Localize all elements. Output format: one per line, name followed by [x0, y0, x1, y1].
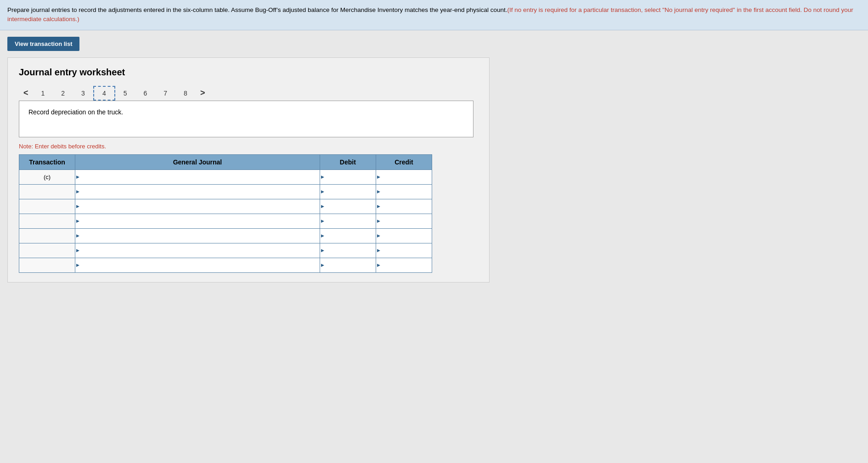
general-journal-cell-2[interactable]	[75, 184, 320, 199]
credit-input-7[interactable]	[383, 258, 428, 272]
credit-input-3[interactable]	[383, 199, 428, 214]
nav-prev-arrow[interactable]: <	[19, 86, 33, 100]
general-journal-cell-3[interactable]	[75, 199, 320, 214]
general-journal-cell-5[interactable]	[75, 228, 320, 243]
general-journal-cell-7[interactable]	[75, 258, 320, 272]
debit-input-2[interactable]	[327, 185, 372, 199]
transaction-cell-7	[19, 258, 75, 272]
debit-cell-5[interactable]	[320, 228, 376, 243]
general-journal-input-1[interactable]	[82, 170, 316, 184]
debit-cell-2[interactable]	[320, 184, 376, 199]
credit-input-6[interactable]	[383, 243, 428, 258]
debit-input-4[interactable]	[327, 214, 372, 228]
transaction-cell-3	[19, 199, 75, 214]
header-general-journal: General Journal	[75, 154, 320, 169]
credit-input-1[interactable]	[383, 170, 428, 184]
description-text: Record depreciation on the truck.	[28, 108, 123, 116]
debit-input-7[interactable]	[327, 258, 372, 272]
debit-cell-1[interactable]	[320, 169, 376, 184]
general-journal-input-5[interactable]	[82, 229, 316, 243]
table-row	[19, 199, 432, 214]
header-credit: Credit	[376, 154, 432, 169]
view-transaction-button[interactable]: View transaction list	[7, 37, 79, 51]
transaction-cell-5	[19, 228, 75, 243]
general-journal-input-7[interactable]	[82, 258, 316, 272]
general-journal-cell-6[interactable]	[75, 243, 320, 258]
credit-cell-2[interactable]	[376, 184, 432, 199]
description-box: Record depreciation on the truck.	[19, 101, 473, 137]
note-text: Note: Enter debits before credits.	[19, 143, 478, 150]
nav-next-arrow[interactable]: >	[196, 86, 210, 100]
credit-input-4[interactable]	[383, 214, 428, 228]
tab-4[interactable]: 4	[93, 86, 115, 101]
table-row	[19, 258, 432, 272]
debit-input-5[interactable]	[327, 229, 372, 243]
transaction-cell-1: (c)	[19, 169, 75, 184]
tab-7[interactable]: 7	[155, 87, 175, 100]
instruction-banner: Prepare journal entries to record the ad…	[0, 0, 868, 30]
worksheet-title: Journal entry worksheet	[19, 67, 478, 78]
general-journal-input-6[interactable]	[82, 243, 316, 258]
transaction-cell-4	[19, 214, 75, 228]
credit-cell-7[interactable]	[376, 258, 432, 272]
debit-cell-3[interactable]	[320, 199, 376, 214]
credit-cell-1[interactable]	[376, 169, 432, 184]
debit-cell-7[interactable]	[320, 258, 376, 272]
instruction-main-text: Prepare journal entries to record the ad…	[7, 6, 507, 13]
credit-cell-5[interactable]	[376, 228, 432, 243]
debit-cell-6[interactable]	[320, 243, 376, 258]
worksheet-container: Journal entry worksheet < 1 2 3 4 5 6 7 …	[7, 57, 490, 282]
debit-cell-4[interactable]	[320, 214, 376, 228]
debit-input-3[interactable]	[327, 199, 372, 214]
debit-input-1[interactable]	[327, 170, 372, 184]
credit-cell-6[interactable]	[376, 243, 432, 258]
general-journal-input-3[interactable]	[82, 199, 316, 214]
table-row	[19, 243, 432, 258]
journal-table: Transaction General Journal Debit Credit…	[19, 154, 432, 273]
header-debit: Debit	[320, 154, 376, 169]
credit-cell-4[interactable]	[376, 214, 432, 228]
credit-input-2[interactable]	[383, 185, 428, 199]
tab-5[interactable]: 5	[115, 87, 135, 100]
table-row	[19, 228, 432, 243]
transaction-cell-2	[19, 184, 75, 199]
credit-cell-3[interactable]	[376, 199, 432, 214]
tab-navigation: < 1 2 3 4 5 6 7 8 >	[19, 86, 478, 101]
transaction-cell-6	[19, 243, 75, 258]
table-row	[19, 214, 432, 228]
general-journal-input-4[interactable]	[82, 214, 316, 228]
tab-6[interactable]: 6	[135, 87, 156, 100]
table-row: (c)	[19, 169, 432, 184]
tab-3[interactable]: 3	[73, 87, 93, 100]
tab-1[interactable]: 1	[33, 87, 53, 100]
tab-2[interactable]: 2	[53, 87, 73, 100]
table-row	[19, 184, 432, 199]
general-journal-cell-1[interactable]	[75, 169, 320, 184]
tab-8[interactable]: 8	[175, 87, 196, 100]
debit-input-6[interactable]	[327, 243, 372, 258]
header-transaction: Transaction	[19, 154, 75, 169]
general-journal-cell-4[interactable]	[75, 214, 320, 228]
general-journal-input-2[interactable]	[82, 185, 316, 199]
credit-input-5[interactable]	[383, 229, 428, 243]
